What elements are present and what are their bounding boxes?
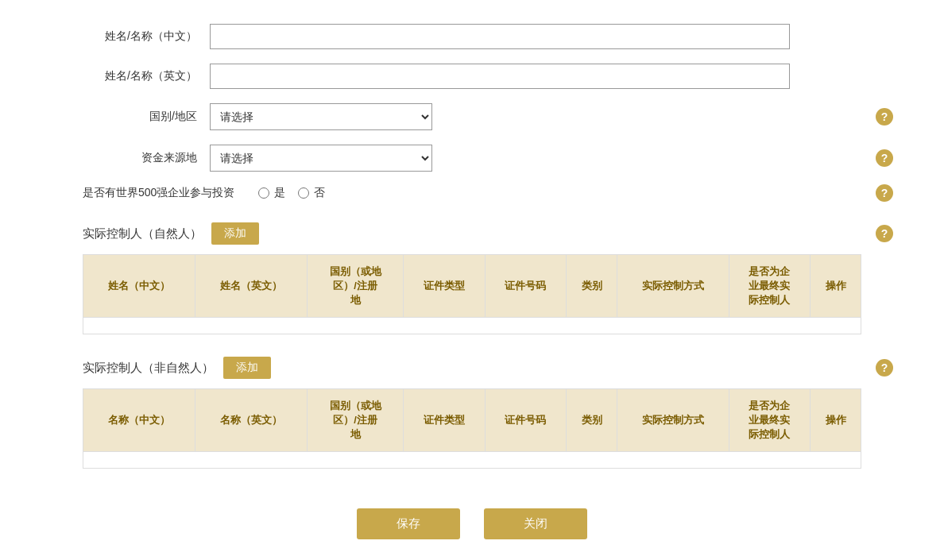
fortune500-label: 是否有世界500强企业参与投资	[83, 186, 234, 200]
section1-title: 实际控制人（自然人）	[83, 226, 202, 241]
name-en-input[interactable]	[210, 64, 790, 89]
th2-control-method: 实际控制方式	[617, 389, 729, 452]
th2-name-cn: 名称（中文）	[83, 389, 195, 452]
th1-final-controller: 是否为企业最终实际控制人	[729, 255, 810, 318]
fund-source-select[interactable]: 请选择	[210, 145, 432, 172]
name-cn-row: 姓名/名称（中文）	[83, 24, 861, 49]
save-button[interactable]: 保存	[357, 508, 460, 539]
name-en-row: 姓名/名称（英文）	[83, 64, 861, 89]
radio-no[interactable]	[298, 187, 309, 199]
section1-header: 实际控制人（自然人） 添加 ?	[83, 222, 861, 245]
radio-no-label: 否	[314, 186, 325, 200]
non-natural-person-table: 名称（中文） 名称（英文） 国别（或地区）/注册地 证件类型 证件号码 类别 实…	[83, 388, 861, 469]
th2-category: 类别	[567, 389, 617, 452]
th1-control-method: 实际控制方式	[617, 255, 729, 318]
section2-header: 实际控制人（非自然人） 添加 ?	[83, 357, 861, 379]
name-en-label: 姓名/名称（英文）	[83, 69, 210, 83]
close-button[interactable]: 关闭	[484, 508, 587, 539]
country-select[interactable]: 请选择	[210, 103, 432, 130]
table1-empty-row	[83, 318, 861, 334]
fund-source-row: 资金来源地 请选择 ?	[83, 145, 861, 172]
section1-help-icon[interactable]: ?	[876, 225, 893, 242]
th1-country: 国别（或地区）/注册地	[307, 255, 404, 318]
section2-help-icon[interactable]: ?	[876, 359, 893, 377]
fortune500-help-icon[interactable]: ?	[876, 184, 893, 202]
th2-name-en: 名称（英文）	[195, 389, 307, 452]
radio-no-item[interactable]: 否	[298, 186, 325, 200]
th1-category: 类别	[567, 255, 617, 318]
th2-cert-type: 证件类型	[404, 389, 485, 452]
th1-name-en: 姓名（英文）	[195, 255, 307, 318]
fortune500-radio-group: 是 否	[258, 186, 325, 200]
country-label: 国别/地区	[83, 110, 210, 124]
fund-source-help-icon[interactable]: ?	[876, 149, 893, 167]
name-cn-label: 姓名/名称（中文）	[83, 29, 210, 44]
th2-cert-no: 证件号码	[485, 389, 566, 452]
radio-yes-label: 是	[274, 186, 285, 200]
table2-empty-row	[83, 452, 861, 469]
radio-yes[interactable]	[258, 187, 269, 199]
table1-header-row: 姓名（中文） 姓名（英文） 国别（或地区）/注册地 证件类型 证件号码 类别 实…	[83, 255, 861, 318]
th1-action: 操作	[811, 255, 861, 318]
th2-final-controller: 是否为企业最终实际控制人	[729, 389, 810, 452]
natural-person-table: 姓名（中文） 姓名（英文） 国别（或地区）/注册地 证件类型 证件号码 类别 实…	[83, 254, 861, 334]
th1-cert-no: 证件号码	[485, 255, 566, 318]
th2-country: 国别（或地区）/注册地	[307, 389, 404, 452]
section1-add-button[interactable]: 添加	[211, 222, 259, 245]
section2-title: 实际控制人（非自然人）	[83, 361, 214, 376]
form-section: 姓名/名称（中文） 姓名/名称（英文） 国别/地区 请选择 ? 资金来源地 请选…	[83, 24, 861, 539]
radio-yes-item[interactable]: 是	[258, 186, 285, 200]
table2-header-row: 名称（中文） 名称（英文） 国别（或地区）/注册地 证件类型 证件号码 类别 实…	[83, 389, 861, 452]
fund-source-label: 资金来源地	[83, 151, 210, 165]
th2-action: 操作	[811, 389, 861, 452]
section2-add-button[interactable]: 添加	[223, 357, 271, 379]
country-row: 国别/地区 请选择 ?	[83, 103, 861, 130]
th1-name-cn: 姓名（中文）	[83, 255, 195, 318]
th1-cert-type: 证件类型	[404, 255, 485, 318]
fortune500-row: 是否有世界500强企业参与投资 是 否 ?	[83, 186, 861, 200]
bottom-buttons: 保存 关闭	[83, 508, 861, 539]
name-cn-input[interactable]	[210, 24, 790, 49]
country-help-icon[interactable]: ?	[876, 108, 893, 126]
